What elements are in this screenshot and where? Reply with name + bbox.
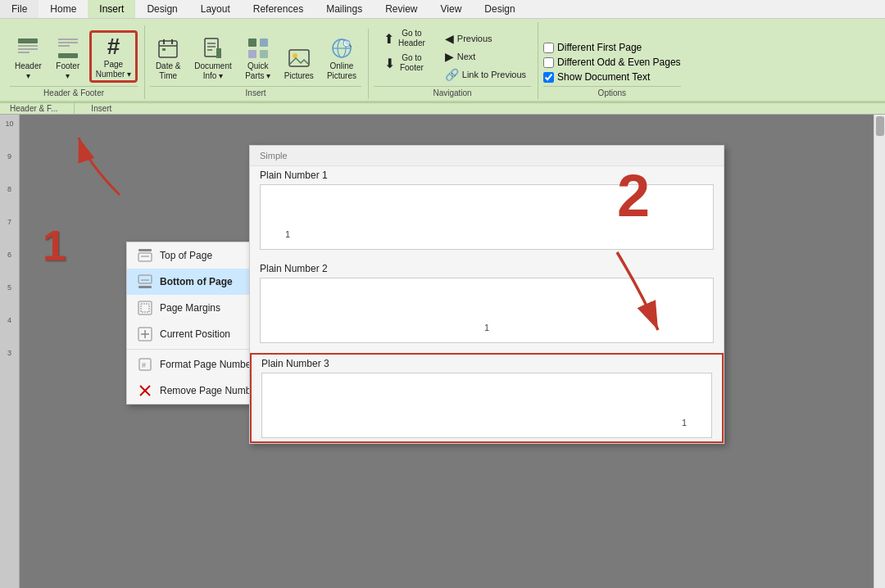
svg-rect-13 <box>205 38 218 57</box>
ruler-mark-5: 5 <box>0 282 19 314</box>
show-doc-text-label: Show Document Text <box>557 71 650 83</box>
go-to-header-button[interactable]: ⬆ Go toHeader <box>374 27 430 50</box>
group-options: Different First Page Different Odd & Eve… <box>540 34 688 99</box>
plain-number-1-item[interactable]: Plain Number 1 1 <box>250 166 724 253</box>
navigation-group-label: Navigation <box>374 86 531 97</box>
svg-rect-33 <box>138 275 152 283</box>
group-navigation: ⬆ Go toHeader ⬇ Go toFooter ◀ Previous ▶ <box>370 22 538 99</box>
tab-mailings[interactable]: Mailings <box>315 0 374 18</box>
page-number-label: PageNumber ▾ <box>96 60 131 79</box>
svg-rect-30 <box>138 249 152 251</box>
tab-review[interactable]: Review <box>374 0 429 18</box>
header-button[interactable]: Header▾ <box>10 34 47 83</box>
show-doc-text-option[interactable]: Show Document Text <box>543 71 650 83</box>
date-time-button[interactable]: Date &Time <box>150 34 186 83</box>
tab-home[interactable]: Home <box>39 0 88 18</box>
different-odd-even-checkbox[interactable] <box>543 57 554 68</box>
online-pictures-icon: 🔍 <box>329 35 355 61</box>
go-to-header-icon: ⬆ <box>379 29 398 48</box>
different-first-page-label: Different First Page <box>557 42 642 53</box>
plain-number-3-preview: 1 <box>261 373 712 438</box>
svg-rect-7 <box>58 53 78 58</box>
options-buttons: Different First Page Different Odd & Eve… <box>543 35 681 83</box>
plain-number-3-label: Plain Number 3 <box>261 358 712 369</box>
show-doc-text-checkbox[interactable] <box>543 72 554 83</box>
pictures-label: Pictures <box>284 71 314 81</box>
plain-number-3-number: 1 <box>682 418 687 427</box>
next-button[interactable]: ▶ Next <box>440 48 531 65</box>
ribbon-tab-bar: File Home Insert Design Layout Reference… <box>0 0 885 19</box>
tab-design-context[interactable]: Design <box>473 0 526 18</box>
tab-view[interactable]: View <box>429 0 474 18</box>
svg-rect-5 <box>58 42 78 43</box>
different-first-page-option[interactable]: Different First Page <box>543 42 642 53</box>
online-pictures-button[interactable]: 🔍 OnlinePictures <box>322 34 361 83</box>
footer-icon <box>55 35 81 61</box>
svg-rect-6 <box>58 45 70 47</box>
svg-rect-36 <box>138 301 152 314</box>
navigation-buttons: ⬆ Go toHeader ⬇ Go toFooter ◀ Previous ▶ <box>374 24 531 83</box>
go-to-footer-button[interactable]: ⬇ Go toFooter <box>375 52 429 75</box>
ruler-mark-7: 7 <box>0 216 19 249</box>
link-icon: 🔗 <box>445 68 459 81</box>
main-area: 10 9 8 7 6 5 4 3 1 <box>0 115 885 588</box>
page-number-button[interactable]: # PageNumber ▾ <box>89 30 138 83</box>
ribbon-content: Header▾ Footer▾ # PageNumber ▾ Header & … <box>0 19 885 102</box>
different-odd-even-label: Different Odd & Even Pages <box>557 57 681 68</box>
format-page-numbers-icon: # <box>137 356 153 373</box>
ribbon: File Home Insert Design Layout Reference… <box>0 0 885 115</box>
plain-number-3-item[interactable]: Plain Number 3 1 <box>250 353 724 443</box>
options-group-label: Options <box>543 86 681 97</box>
svg-rect-4 <box>58 38 78 40</box>
previous-button[interactable]: ◀ Previous <box>440 30 531 47</box>
go-to-footer-icon: ⬇ <box>380 53 400 73</box>
doc-info-button[interactable]: DocumentInfo ▾ <box>189 34 237 83</box>
ruler-left: 10 9 8 7 6 5 4 3 <box>0 115 20 588</box>
go-to-header-label: Go toHeader <box>398 29 425 48</box>
quick-parts-icon <box>245 35 271 61</box>
header-footer-group-label: Header & Footer <box>10 86 138 97</box>
top-of-page-icon <box>137 247 153 264</box>
svg-rect-8 <box>159 41 177 57</box>
annotation-number-2: 2 <box>617 162 650 229</box>
previous-label: Previous <box>457 34 492 43</box>
header-footer-buttons: Header▾ Footer▾ # PageNumber ▾ <box>10 27 138 83</box>
svg-rect-1 <box>18 45 38 47</box>
different-odd-even-option[interactable]: Different Odd & Even Pages <box>543 57 681 68</box>
ruler-mark-6: 6 <box>0 249 19 282</box>
pictures-button[interactable]: Pictures <box>279 43 319 83</box>
page-number-icon: # <box>100 34 126 60</box>
scrollbar-vertical[interactable] <box>874 115 885 588</box>
different-first-page-checkbox[interactable] <box>543 43 554 53</box>
tab-references[interactable]: References <box>242 0 315 18</box>
footer-label: Footer▾ <box>56 61 79 81</box>
link-to-previous-label: Link to Previous <box>462 70 526 79</box>
quick-parts-button[interactable]: QuickParts ▾ <box>240 34 276 83</box>
previous-icon: ◀ <box>445 32 454 45</box>
pictures-icon <box>286 45 312 71</box>
online-pictures-label: OnlinePictures <box>327 61 356 81</box>
svg-rect-34 <box>138 286 152 288</box>
ruler-mark-3: 3 <box>0 347 19 380</box>
group-insert: Date &Time DocumentInfo ▾ QuickParts ▾ <box>147 29 369 99</box>
link-to-previous-button[interactable]: 🔗 Link to Previous <box>440 66 531 83</box>
svg-rect-18 <box>248 38 256 47</box>
tab-insert[interactable]: Insert <box>88 0 135 18</box>
footer-button[interactable]: Footer▾ <box>50 34 86 83</box>
group-header-footer: Header▾ Footer▾ # PageNumber ▾ Header & … <box>7 25 145 99</box>
svg-point-23 <box>293 53 297 58</box>
svg-marker-17 <box>216 48 221 58</box>
svg-rect-22 <box>289 50 309 66</box>
ruler-mark-10: 10 <box>0 118 19 151</box>
scroll-thumb[interactable] <box>876 116 884 136</box>
svg-rect-20 <box>248 50 256 58</box>
svg-text:#: # <box>142 361 146 369</box>
doc-info-icon <box>200 35 226 61</box>
bottom-of-page-icon <box>137 274 153 290</box>
header-label: Header▾ <box>15 61 42 81</box>
svg-rect-0 <box>18 38 38 43</box>
tab-file[interactable]: File <box>0 0 39 18</box>
go-to-footer-label: Go toFooter <box>400 53 424 73</box>
tab-design[interactable]: Design <box>135 0 188 18</box>
tab-layout[interactable]: Layout <box>189 0 242 18</box>
